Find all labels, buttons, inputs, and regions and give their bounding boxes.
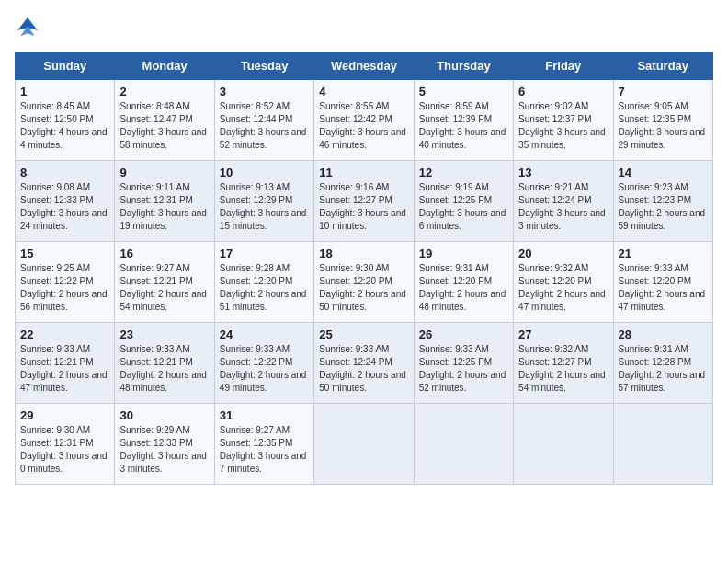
weekday-header: Friday xyxy=(514,52,613,80)
calendar-cell xyxy=(514,404,613,485)
day-content: Sunrise: 9:16 AMSunset: 12:27 PMDaylight… xyxy=(319,181,408,233)
day-number: 20 xyxy=(518,247,608,260)
calendar-cell: 10 Sunrise: 9:13 AMSunset: 12:29 PMDayli… xyxy=(214,161,313,242)
day-number: 3 xyxy=(220,85,309,98)
calendar-cell: 14 Sunrise: 9:23 AMSunset: 12:23 PMDayli… xyxy=(613,161,712,242)
day-content: Sunrise: 9:25 AMSunset: 12:22 PMDaylight… xyxy=(20,262,109,314)
calendar-cell: 24 Sunrise: 9:33 AMSunset: 12:22 PMDayli… xyxy=(214,323,313,404)
day-number: 31 xyxy=(220,408,309,422)
day-number: 5 xyxy=(419,85,508,98)
day-number: 4 xyxy=(319,85,408,98)
calendar-cell: 28 Sunrise: 9:31 AMSunset: 12:28 PMDayli… xyxy=(613,323,712,404)
header-row: SundayMondayTuesdayWednesdayThursdayFrid… xyxy=(16,52,713,80)
weekday-header: Wednesday xyxy=(314,52,414,80)
day-number: 28 xyxy=(619,327,708,341)
day-content: Sunrise: 9:05 AMSunset: 12:35 PMDaylight… xyxy=(619,100,708,152)
day-number: 8 xyxy=(20,166,109,179)
calendar-cell xyxy=(613,404,712,485)
day-number: 19 xyxy=(419,247,508,260)
calendar-cell: 27 Sunrise: 9:32 AMSunset: 12:27 PMDayli… xyxy=(514,323,613,404)
day-content: Sunrise: 9:33 AMSunset: 12:24 PMDaylight… xyxy=(319,343,408,395)
day-number: 13 xyxy=(518,166,608,179)
day-content: Sunrise: 9:30 AMSunset: 12:20 PMDaylight… xyxy=(319,262,408,314)
day-number: 11 xyxy=(319,166,408,179)
logo xyxy=(15,15,44,40)
weekday-header: Sunday xyxy=(16,52,115,80)
day-number: 14 xyxy=(619,166,708,179)
day-content: Sunrise: 8:48 AMSunset: 12:47 PMDaylight… xyxy=(119,100,209,152)
day-number: 30 xyxy=(119,408,209,422)
calendar-cell: 3 Sunrise: 8:52 AMSunset: 12:44 PMDaylig… xyxy=(214,80,313,161)
calendar-cell: 7 Sunrise: 9:05 AMSunset: 12:35 PMDaylig… xyxy=(613,80,712,161)
day-content: Sunrise: 9:33 AMSunset: 12:25 PMDaylight… xyxy=(419,343,508,395)
day-number: 21 xyxy=(619,247,708,260)
calendar-cell: 9 Sunrise: 9:11 AMSunset: 12:31 PMDaylig… xyxy=(115,161,214,242)
calendar-cell: 17 Sunrise: 9:28 AMSunset: 12:20 PMDayli… xyxy=(214,242,313,323)
day-content: Sunrise: 9:33 AMSunset: 12:20 PMDaylight… xyxy=(619,262,708,314)
day-content: Sunrise: 9:31 AMSunset: 12:20 PMDaylight… xyxy=(419,262,508,314)
day-number: 26 xyxy=(419,327,508,341)
day-content: Sunrise: 9:21 AMSunset: 12:24 PMDaylight… xyxy=(518,181,608,233)
calendar-cell: 29 Sunrise: 9:30 AMSunset: 12:31 PMDayli… xyxy=(16,404,115,485)
day-number: 9 xyxy=(119,166,209,179)
calendar-cell: 25 Sunrise: 9:33 AMSunset: 12:24 PMDayli… xyxy=(314,323,414,404)
weekday-header: Tuesday xyxy=(214,52,313,80)
day-content: Sunrise: 9:32 AMSunset: 12:27 PMDaylight… xyxy=(518,343,608,395)
day-number: 17 xyxy=(220,247,309,260)
day-content: Sunrise: 9:33 AMSunset: 12:22 PMDaylight… xyxy=(220,343,309,395)
day-number: 24 xyxy=(220,327,309,341)
day-number: 7 xyxy=(619,85,708,98)
day-number: 15 xyxy=(20,247,109,260)
day-content: Sunrise: 8:52 AMSunset: 12:44 PMDaylight… xyxy=(220,100,309,152)
logo-icon xyxy=(15,15,40,40)
calendar-cell: 20 Sunrise: 9:32 AMSunset: 12:20 PMDayli… xyxy=(514,242,613,323)
day-content: Sunrise: 9:30 AMSunset: 12:31 PMDaylight… xyxy=(20,424,109,476)
weekday-header: Monday xyxy=(115,52,214,80)
calendar-cell xyxy=(314,404,414,485)
day-content: Sunrise: 9:32 AMSunset: 12:20 PMDaylight… xyxy=(518,262,608,314)
day-content: Sunrise: 8:45 AMSunset: 12:50 PMDaylight… xyxy=(20,100,109,152)
day-content: Sunrise: 9:31 AMSunset: 12:28 PMDaylight… xyxy=(619,343,708,395)
calendar-table: SundayMondayTuesdayWednesdayThursdayFrid… xyxy=(15,52,713,485)
calendar-cell: 2 Sunrise: 8:48 AMSunset: 12:47 PMDaylig… xyxy=(115,80,214,161)
day-content: Sunrise: 9:33 AMSunset: 12:21 PMDaylight… xyxy=(119,343,209,395)
day-content: Sunrise: 9:02 AMSunset: 12:37 PMDaylight… xyxy=(518,100,608,152)
day-content: Sunrise: 9:27 AMSunset: 12:35 PMDaylight… xyxy=(220,424,309,476)
calendar-cell: 16 Sunrise: 9:27 AMSunset: 12:21 PMDayli… xyxy=(115,242,214,323)
day-content: Sunrise: 9:08 AMSunset: 12:33 PMDaylight… xyxy=(20,181,109,233)
calendar-cell: 6 Sunrise: 9:02 AMSunset: 12:37 PMDaylig… xyxy=(514,80,613,161)
calendar-week-row: 22 Sunrise: 9:33 AMSunset: 12:21 PMDayli… xyxy=(16,323,713,404)
day-number: 6 xyxy=(518,85,608,98)
calendar-cell: 26 Sunrise: 9:33 AMSunset: 12:25 PMDayli… xyxy=(414,323,513,404)
calendar-week-row: 1 Sunrise: 8:45 AMSunset: 12:50 PMDaylig… xyxy=(16,80,713,161)
calendar-cell: 12 Sunrise: 9:19 AMSunset: 12:25 PMDayli… xyxy=(414,161,513,242)
page-header xyxy=(15,15,713,40)
day-number: 2 xyxy=(119,85,209,98)
calendar-week-row: 15 Sunrise: 9:25 AMSunset: 12:22 PMDayli… xyxy=(16,242,713,323)
calendar-cell: 1 Sunrise: 8:45 AMSunset: 12:50 PMDaylig… xyxy=(16,80,115,161)
calendar-cell: 18 Sunrise: 9:30 AMSunset: 12:20 PMDayli… xyxy=(314,242,414,323)
day-content: Sunrise: 9:33 AMSunset: 12:21 PMDaylight… xyxy=(20,343,109,395)
day-number: 16 xyxy=(119,247,209,260)
day-number: 12 xyxy=(419,166,508,179)
day-content: Sunrise: 9:27 AMSunset: 12:21 PMDaylight… xyxy=(119,262,209,314)
calendar-cell: 13 Sunrise: 9:21 AMSunset: 12:24 PMDayli… xyxy=(514,161,613,242)
day-number: 29 xyxy=(20,408,109,422)
day-content: Sunrise: 8:55 AMSunset: 12:42 PMDaylight… xyxy=(319,100,408,152)
day-content: Sunrise: 9:23 AMSunset: 12:23 PMDaylight… xyxy=(619,181,708,233)
day-number: 25 xyxy=(319,327,408,341)
day-number: 27 xyxy=(518,327,608,341)
day-content: Sunrise: 9:28 AMSunset: 12:20 PMDaylight… xyxy=(220,262,309,314)
calendar-week-row: 29 Sunrise: 9:30 AMSunset: 12:31 PMDayli… xyxy=(16,404,713,485)
day-number: 10 xyxy=(220,166,309,179)
day-content: Sunrise: 8:59 AMSunset: 12:39 PMDaylight… xyxy=(419,100,508,152)
calendar-cell xyxy=(414,404,513,485)
calendar-cell: 21 Sunrise: 9:33 AMSunset: 12:20 PMDayli… xyxy=(613,242,712,323)
day-number: 1 xyxy=(20,85,109,98)
day-content: Sunrise: 9:11 AMSunset: 12:31 PMDaylight… xyxy=(119,181,209,233)
calendar-cell: 15 Sunrise: 9:25 AMSunset: 12:22 PMDayli… xyxy=(16,242,115,323)
calendar-cell: 8 Sunrise: 9:08 AMSunset: 12:33 PMDaylig… xyxy=(16,161,115,242)
calendar-cell: 22 Sunrise: 9:33 AMSunset: 12:21 PMDayli… xyxy=(16,323,115,404)
day-content: Sunrise: 9:19 AMSunset: 12:25 PMDaylight… xyxy=(419,181,508,233)
day-content: Sunrise: 9:29 AMSunset: 12:33 PMDaylight… xyxy=(119,424,209,476)
